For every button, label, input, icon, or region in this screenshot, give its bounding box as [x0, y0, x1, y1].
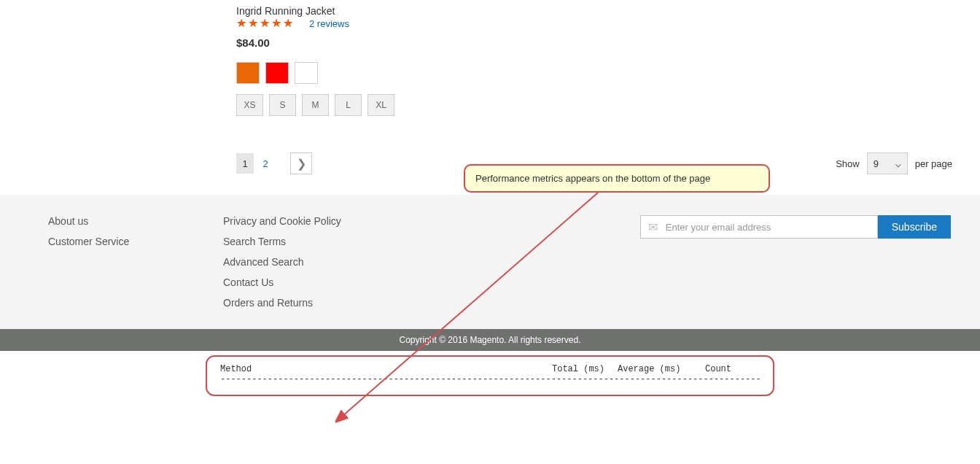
footer: About us Customer Service Privacy and Co…: [0, 195, 980, 329]
metrics-col-method: Method: [220, 364, 552, 374]
swatch-size-l[interactable]: L: [335, 94, 362, 116]
footer-link-orders-returns[interactable]: Orders and Returns: [223, 297, 341, 309]
limiter-label-before: Show: [836, 158, 860, 169]
metrics-col-count: Count: [705, 364, 731, 374]
product-price: $84.00: [236, 36, 980, 49]
footer-link-about[interactable]: About us: [48, 215, 179, 227]
swatch-size-m[interactable]: M: [302, 94, 329, 116]
subscribe-button[interactable]: Subscribe: [878, 215, 951, 239]
page-link-2[interactable]: 2: [257, 153, 274, 174]
chevron-right-icon: ❯: [297, 157, 306, 171]
limiter-select[interactable]: 9 ⌵: [867, 152, 908, 174]
limiter-value: 9: [874, 158, 879, 169]
newsletter-form: ✉ Subscribe: [640, 215, 951, 239]
size-swatches: XS S M L XL: [236, 94, 980, 116]
annotation-callout: Performance metrics appears on the botto…: [464, 164, 770, 193]
chevron-down-icon: ⌵: [895, 158, 901, 169]
swatch-size-xs[interactable]: XS: [236, 94, 263, 116]
newsletter-email-input[interactable]: [666, 216, 877, 238]
metrics-col-average: Average (ms): [618, 364, 705, 374]
swatch-color-orange[interactable]: [236, 62, 260, 84]
swatch-size-s[interactable]: S: [269, 94, 296, 116]
footer-link-advanced-search[interactable]: Advanced Search: [223, 256, 341, 268]
metrics-col-total: Total (ms): [552, 364, 618, 374]
reviews-link[interactable]: 2 reviews: [309, 18, 349, 29]
color-swatches: [236, 62, 980, 84]
star-rating: ★★★★★ ★★★★★: [236, 18, 300, 29]
copyright: Copyright © 2016 Magento. All rights res…: [0, 329, 980, 351]
swatch-size-xl[interactable]: XL: [368, 94, 394, 116]
performance-metrics-box: Method Total (ms) Average (ms) Count ---…: [206, 355, 774, 396]
footer-link-contact[interactable]: Contact Us: [223, 277, 341, 288]
limiter-label-after: per page: [915, 158, 952, 169]
metrics-divider: ----------------------------------------…: [220, 374, 760, 384]
page-next-button[interactable]: ❯: [290, 152, 312, 174]
swatch-color-white[interactable]: [295, 62, 318, 84]
footer-link-search-terms[interactable]: Search Terms: [223, 236, 341, 247]
product-name-link[interactable]: Ingrid Running Jacket: [236, 5, 335, 17]
page-current: 1: [236, 153, 254, 174]
mail-icon: ✉: [641, 220, 666, 234]
pagination: 1 2 ❯: [236, 152, 312, 174]
footer-link-privacy[interactable]: Privacy and Cookie Policy: [223, 215, 341, 227]
footer-link-customer-service[interactable]: Customer Service: [48, 236, 179, 247]
swatch-color-red[interactable]: [265, 62, 289, 84]
